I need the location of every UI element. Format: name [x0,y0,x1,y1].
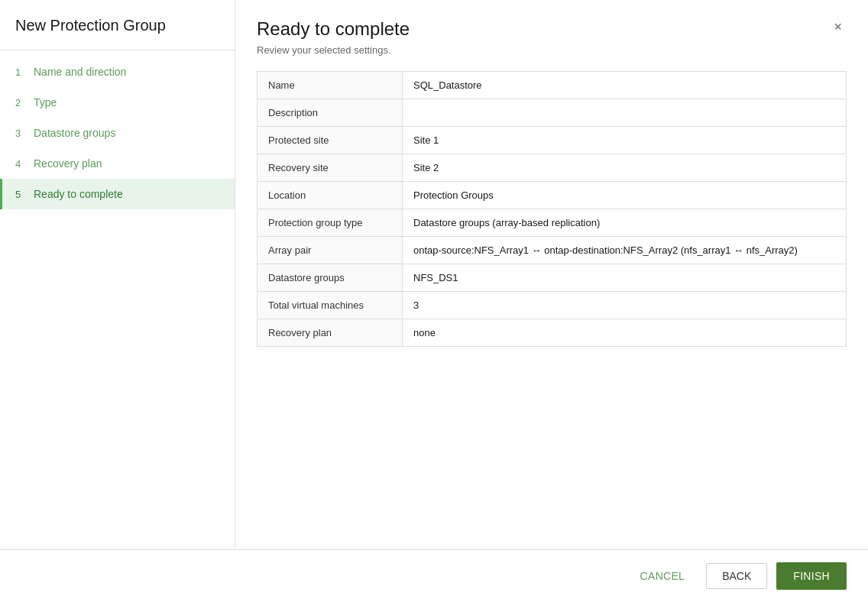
step-label-2: Type [34,96,57,108]
row-label-2: Protected site [257,127,403,154]
step-number-3: 3 [15,128,28,139]
close-button[interactable]: × [829,18,847,35]
row-label-9: Recovery plan [257,319,403,347]
sidebar-steps: 1 Name and direction 2 Type 3 Datastore … [0,50,235,215]
page-title: Ready to complete [257,18,410,40]
row-value-4: Protection Groups [403,182,847,209]
sidebar-step-5[interactable]: 5 Ready to complete [0,179,235,209]
row-value-2: Site 1 [403,127,847,154]
finish-button[interactable]: FINISH [776,562,847,590]
sidebar: New Protection Group 1 Name and directio… [0,0,235,549]
sidebar-step-2[interactable]: 2 Type [0,87,235,118]
step-number-4: 4 [15,158,28,170]
row-value-6: ontap-source:NFS_Array1 ↔ ontap-destinat… [403,237,847,264]
row-value-1 [403,99,847,127]
row-value-3: Site 2 [403,154,847,182]
row-label-7: Datastore groups [257,264,403,292]
sidebar-title: New Protection Group [0,0,235,50]
row-label-5: Protection group type [257,209,403,237]
new-protection-group-dialog: New Protection Group 1 Name and directio… [0,0,868,602]
table-row: Datastore groups NFS_DS1 [257,264,847,292]
row-label-3: Recovery site [257,154,403,182]
row-label-8: Total virtual machines [257,292,403,319]
row-value-9: none [403,319,847,347]
row-label-4: Location [257,182,403,209]
table-row: Recovery site Site 2 [257,154,847,182]
table-row: Protected site Site 1 [257,127,847,154]
step-label-5: Ready to complete [34,188,123,200]
row-value-5: Datastore groups (array-based replicatio… [403,209,847,237]
sidebar-step-1[interactable]: 1 Name and direction [0,57,235,87]
row-value-7: NFS_DS1 [403,264,847,292]
back-button[interactable]: BACK [706,563,767,589]
main-header: Ready to complete × [257,18,847,40]
table-row: Name SQL_Datastore [257,72,847,99]
table-row: Protection group type Datastore groups (… [257,209,847,237]
subtitle: Review your selected settings. [257,44,847,56]
sidebar-step-4[interactable]: 4 Recovery plan [0,148,235,179]
step-number-1: 1 [15,66,28,78]
row-value-8: 3 [403,292,847,319]
table-row: Array pair ontap-source:NFS_Array1 ↔ ont… [257,237,847,264]
step-label-4: Recovery plan [34,157,102,170]
row-label-0: Name [257,72,403,99]
row-label-1: Description [257,99,403,127]
dialog-body: New Protection Group 1 Name and directio… [0,0,868,549]
table-row: Total virtual machines 3 [257,292,847,319]
step-label-3: Datastore groups [34,127,115,139]
sidebar-step-3[interactable]: 3 Datastore groups [0,118,235,148]
table-row: Description [257,99,847,127]
step-label-1: Name and direction [34,66,126,78]
table-row: Location Protection Groups [257,182,847,209]
step-number-5: 5 [15,189,28,200]
row-value-0: SQL_Datastore [403,72,847,99]
cancel-button[interactable]: CANCEL [628,562,698,590]
dialog-footer: CANCEL BACK FINISH [0,549,868,602]
table-row: Recovery plan none [257,319,847,347]
step-number-2: 2 [15,97,28,108]
main-content: Ready to complete × Review your selected… [235,0,868,549]
settings-table: Name SQL_Datastore Description Protected… [257,71,847,347]
row-label-6: Array pair [257,237,403,264]
